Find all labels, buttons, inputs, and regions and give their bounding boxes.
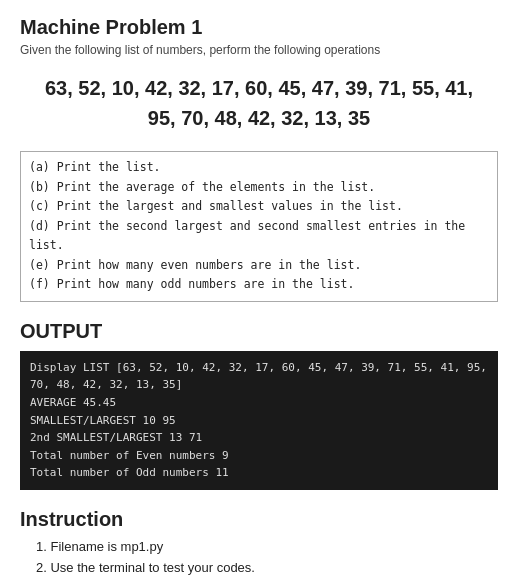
- output-line-5: Total number of Even numbers 9: [30, 447, 488, 465]
- numbers-display: 63, 52, 10, 42, 32, 17, 60, 45, 47, 39, …: [20, 73, 498, 133]
- task-e: (e) Print how many even numbers are in t…: [29, 256, 489, 276]
- output-line-1: Display LIST [63, 52, 10, 42, 32, 17, 60…: [30, 359, 488, 394]
- instruction-section: Instruction Filename is mp1.py Use the t…: [20, 508, 498, 587]
- task-b: (b) Print the average of the elements in…: [29, 178, 489, 198]
- instruction-title: Instruction: [20, 508, 498, 531]
- output-box: Display LIST [63, 52, 10, 42, 32, 17, 60…: [20, 351, 498, 490]
- output-line-6: Total number of Odd numbers 11: [30, 464, 488, 482]
- instruction-item-1: Filename is mp1.py: [36, 539, 498, 554]
- numbers-line2: 95, 70, 48, 42, 32, 13, 35: [20, 103, 498, 133]
- instruction-list: Filename is mp1.py Use the terminal to t…: [36, 539, 498, 575]
- task-c: (c) Print the largest and smallest value…: [29, 197, 489, 217]
- page-title: Machine Problem 1: [20, 16, 498, 39]
- output-line-2: AVERAGE 45.45: [30, 394, 488, 412]
- output-title: OUTPUT: [20, 320, 498, 343]
- task-f: (f) Print how many odd numbers are in th…: [29, 275, 489, 295]
- task-a: (a) Print the list.: [29, 158, 489, 178]
- instruction-item-2: Use the terminal to test your codes.: [36, 560, 498, 575]
- task-d: (d) Print the second largest and second …: [29, 217, 489, 256]
- subtitle: Given the following list of numbers, per…: [20, 43, 498, 57]
- tasks-box: (a) Print the list. (b) Print the averag…: [20, 151, 498, 302]
- output-line-3: SMALLEST/LARGEST 10 95: [30, 412, 488, 430]
- output-line-4: 2nd SMALLEST/LARGEST 13 71: [30, 429, 488, 447]
- numbers-line1: 63, 52, 10, 42, 32, 17, 60, 45, 47, 39, …: [20, 73, 498, 103]
